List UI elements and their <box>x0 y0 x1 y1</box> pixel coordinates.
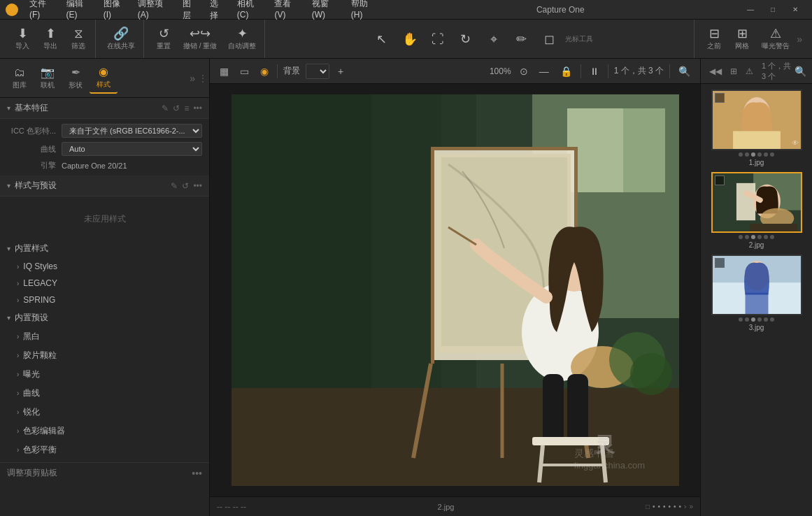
thumbnail-item-2[interactable]: 2.jpg <box>705 172 808 249</box>
tab-style[interactable]: ◉ 样式 <box>90 62 117 94</box>
right-panel-search-icon[interactable]: 🔍 <box>795 66 806 77</box>
nav-dot-5[interactable]: • <box>674 503 676 510</box>
styles-title: 样式与预设 <box>15 180 171 192</box>
right-before-icon[interactable]: ◀◀ <box>706 65 725 78</box>
panel-expand-icon[interactable]: » <box>190 73 195 84</box>
viewer-bottom-left-dots: -- -- -- -- <box>217 502 246 512</box>
styles-edit-icon[interactable]: ✎ <box>171 181 178 191</box>
basic-traits-more-icon[interactable]: ≡ <box>184 103 189 113</box>
maximize-button[interactable]: □ <box>762 0 784 20</box>
thumb-checkbox-icon: □ <box>646 503 650 510</box>
styles-actions: ✎ ↺ ••• <box>171 181 202 191</box>
nav-dot-4[interactable]: • <box>669 503 671 510</box>
eraser-button[interactable]: ◻ <box>537 30 562 48</box>
tab-connect[interactable]: 📷 联机 <box>34 63 62 93</box>
close-button[interactable]: ✕ <box>784 0 806 20</box>
basic-traits-section-header[interactable]: ▾ 基本特征 ✎ ↺ ≡ ••• <box>0 98 209 119</box>
view-single-icon[interactable]: ▭ <box>237 64 252 78</box>
thumb-checkbox-1[interactable] <box>715 93 725 103</box>
nav-dot-2[interactable]: • <box>658 503 661 510</box>
right-warning-icon[interactable]: ⚠ <box>743 65 756 78</box>
minimize-button[interactable]: — <box>739 0 762 20</box>
basic-traits-dots[interactable]: ••• <box>193 103 202 113</box>
before-button[interactable]: ⊟ 之前 <box>701 24 727 54</box>
sharpen-item[interactable]: › 锐化 <box>0 403 209 422</box>
zoom-lock-icon[interactable]: — <box>536 64 552 78</box>
import-button[interactable]: ⬇ 导入 <box>10 24 35 54</box>
exposure-arrow: › <box>17 371 19 378</box>
reset-button[interactable]: ↺ 重置 <box>151 24 176 54</box>
background-select[interactable] <box>306 64 329 79</box>
import-label: 导入 <box>15 41 29 51</box>
heal-button[interactable]: ⌖ <box>481 30 506 48</box>
library-icon: 🗂 <box>14 66 25 79</box>
export-button[interactable]: ⬆ 导出 <box>38 24 63 54</box>
styles-section-header[interactable]: ▾ 样式与预设 ✎ ↺ ••• <box>0 175 209 196</box>
nav-dot-3[interactable]: • <box>663 503 666 510</box>
spring-item[interactable]: › SPRING <box>0 292 209 308</box>
builtin-presets-arrow: ▾ <box>7 314 10 322</box>
thumb-label-3: 3.jpg <box>749 324 764 331</box>
share-button[interactable]: 🔗 在线共享 <box>103 24 139 54</box>
tab-library[interactable]: 🗂 图库 <box>6 64 34 93</box>
lock-icon[interactable]: 🔒 <box>557 64 575 78</box>
curve-preset-item[interactable]: › 曲线 <box>0 384 209 403</box>
nav-dot-1[interactable]: • <box>653 503 655 510</box>
image-count: 1 个，共 3 个 <box>614 65 664 77</box>
filter-button[interactable]: ⧖ 筛选 <box>66 24 91 54</box>
brush-button[interactable]: ✏ <box>509 30 534 48</box>
thumbnail-item-1[interactable]: 👁 1.jpg <box>705 89 808 166</box>
dot-2-3 <box>751 235 755 239</box>
dot-1-4 <box>757 152 762 157</box>
zoom-fit-icon[interactable]: ⊙ <box>517 64 531 78</box>
add-icon[interactable]: + <box>335 64 346 78</box>
styles-more-icon[interactable]: ••• <box>193 181 202 191</box>
basic-traits-edit-icon[interactable]: ✎ <box>162 103 169 113</box>
view-compare-icon[interactable]: ◉ <box>257 64 271 78</box>
thumb-checkbox-2[interactable] <box>715 175 725 185</box>
rotate-button[interactable]: ↻ <box>453 30 478 48</box>
adjust-clipboard-dots[interactable]: ••• <box>192 468 202 479</box>
export-label: 导出 <box>43 41 57 51</box>
view-grid-icon[interactable]: ▦ <box>217 64 232 78</box>
color-balance-item[interactable]: › 色彩平衡 <box>0 440 209 459</box>
thumbnail-item-3[interactable]: 3.jpg <box>705 255 808 331</box>
nav-next-icon[interactable]: › <box>684 503 686 510</box>
icc-value-container: 来自于文件 (sRGB IEC61966-2-... <box>62 124 202 138</box>
panel-grip[interactable]: ⋮ <box>198 73 204 84</box>
grain-item[interactable]: › 胶片颗粒 <box>0 346 209 365</box>
pause-icon[interactable]: ⏸ <box>587 64 602 78</box>
cursor-button[interactable]: ↖ <box>369 30 394 48</box>
legacy-item[interactable]: › LEGACY <box>0 275 209 292</box>
hand-button[interactable]: ✋ <box>397 30 422 48</box>
nav-dot-6[interactable]: • <box>679 503 682 510</box>
thumb-checkbox-3[interactable] <box>715 258 725 268</box>
nav-end-icon[interactable]: » <box>689 503 693 510</box>
builtin-styles-header[interactable]: ▾ 内置样式 <box>0 239 209 258</box>
curve-select[interactable]: Auto <box>62 142 202 156</box>
crop-button[interactable]: ⛶ <box>425 30 450 48</box>
exposure-warning-button[interactable]: ⚠ 曝光警告 <box>757 24 794 54</box>
builtin-presets-header[interactable]: ▾ 内置预设 <box>0 308 209 327</box>
dot-3-1 <box>739 317 743 322</box>
library-label: 图库 <box>13 80 27 90</box>
curve-preset-arrow: › <box>17 389 19 397</box>
iq-styles-item[interactable]: › IQ Styles <box>0 258 209 275</box>
styles-reset-icon[interactable]: ↺ <box>182 181 189 191</box>
search-viewer-icon[interactable]: 🔍 <box>676 64 693 78</box>
main-toolbar: ⬇ 导入 ⬆ 导出 ⧖ 筛选 🔗 在线共享 ↺ 重置 ↩↪ 撤销 / 重做 ✦ … <box>0 20 812 59</box>
color-editor-item[interactable]: › 色彩编辑器 <box>0 422 209 440</box>
exposure-item[interactable]: › 曝光 <box>0 365 209 384</box>
right-grid-icon[interactable]: ⊞ <box>727 65 740 78</box>
auto-button[interactable]: ✦ 自动调整 <box>224 24 260 54</box>
tab-shape[interactable]: ✒ 形状 <box>62 63 90 93</box>
basic-traits-reset-icon[interactable]: ↺ <box>173 103 180 113</box>
toolbar-expand-icon[interactable]: » <box>797 34 802 45</box>
undo-button[interactable]: ↩↪ 撤销 / 重做 <box>179 24 221 54</box>
import-export-group: ⬇ 导入 ⬆ 导出 ⧖ 筛选 <box>6 20 96 58</box>
main-layout: 🗂 图库 📷 联机 ✒ 形状 ◉ 样式 » ⋮ ▾ 基本特征 <box>0 59 812 516</box>
bw-item[interactable]: › 黑白 <box>0 327 209 346</box>
icc-select[interactable]: 来自于文件 (sRGB IEC61966-2-... <box>62 124 202 138</box>
grid-button[interactable]: ⊞ 网格 <box>729 24 755 54</box>
svg-rect-32 <box>733 131 781 149</box>
